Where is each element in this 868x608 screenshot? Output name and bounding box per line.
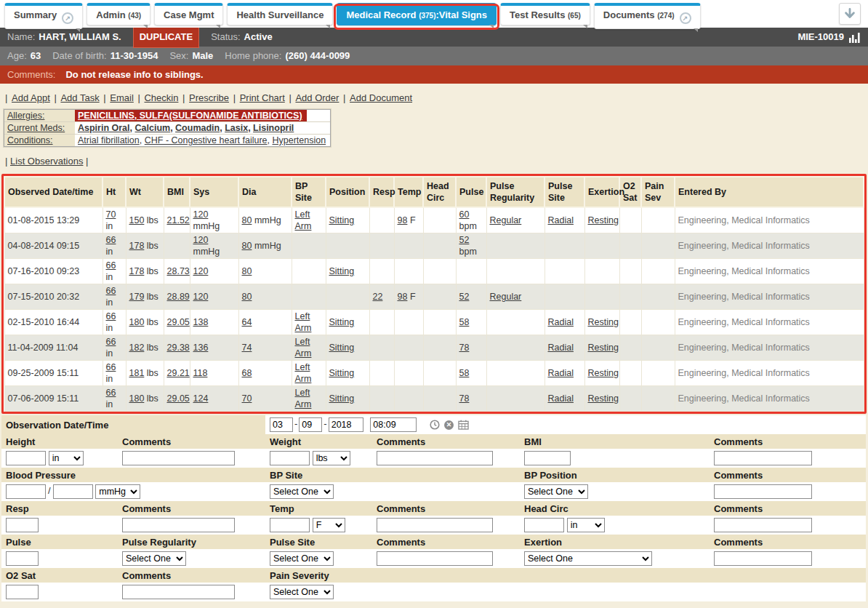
obs-value-link[interactable]: 78 — [459, 343, 470, 353]
height-input[interactable] — [6, 451, 46, 465]
obs-value-link[interactable]: 178 — [129, 266, 145, 276]
obs-value-link[interactable]: 66 — [106, 235, 116, 245]
obs-value-link[interactable]: Sitting — [329, 317, 355, 327]
obs-value-link[interactable]: Sitting — [329, 343, 355, 353]
obs-value-link[interactable]: 66 — [106, 388, 116, 398]
o2-comments-input[interactable] — [122, 585, 235, 599]
obs-value-link[interactable]: 68 — [242, 368, 252, 378]
obs-value-link[interactable]: 22 — [373, 292, 383, 302]
clock-icon[interactable] — [430, 420, 440, 430]
med-link[interactable]: Aspirin Oral — [78, 123, 130, 133]
obs-value-link[interactable]: 58 — [459, 368, 470, 378]
obs-value-link[interactable]: Sitting — [329, 368, 355, 378]
med-link[interactable]: Coumadin — [175, 123, 220, 133]
obs-value-link[interactable]: 178 — [129, 241, 145, 251]
bp-systolic-input[interactable] — [6, 484, 46, 499]
o2-sat-input[interactable] — [6, 585, 39, 599]
obs-value-link[interactable]: 98 — [398, 215, 408, 225]
obs-value-link[interactable]: 80 — [242, 215, 252, 225]
obs-value-link[interactable]: 58 — [459, 317, 470, 327]
duplicate-badge[interactable]: DUPLICATE — [133, 26, 199, 48]
checkin-link[interactable]: Checkin — [144, 92, 178, 103]
med-link[interactable]: Calcium — [135, 123, 171, 133]
obs-value-link[interactable]: 180 — [129, 317, 145, 327]
bmi-comments-input[interactable] — [714, 451, 812, 465]
obs-value-link[interactable]: 66 — [106, 337, 116, 347]
temp-unit-select[interactable]: F — [313, 518, 345, 532]
add-order-link[interactable]: Add Order — [295, 92, 339, 103]
tab-summary[interactable]: Summary↗ — [4, 3, 83, 29]
tab-documents[interactable]: Documents (274)↗ — [594, 3, 701, 29]
bar-chart-icon[interactable] — [848, 32, 861, 43]
obs-value-link[interactable]: 29.05 — [167, 393, 190, 404]
obs-value-link[interactable]: 98 — [398, 292, 408, 302]
obs-value-link[interactable]: 74 — [242, 343, 252, 353]
allergies-label-link[interactable]: Allergies: — [7, 111, 44, 121]
pulse-comments-input[interactable] — [377, 551, 493, 566]
obs-value-link[interactable]: 29.38 — [167, 343, 190, 353]
obs-value-link[interactable]: 60 — [459, 209, 470, 220]
calendar-icon[interactable] — [458, 420, 469, 430]
bp-diastolic-input[interactable] — [53, 484, 93, 499]
obs-value-link[interactable]: 80 — [242, 266, 252, 276]
condition-link[interactable]: Hypertension — [273, 135, 326, 145]
obs-value-link[interactable]: 21.52 — [167, 215, 190, 225]
temp-comments-input[interactable] — [377, 518, 493, 532]
download-panel-button[interactable] — [839, 3, 861, 25]
obs-value-link[interactable]: 66 — [106, 286, 116, 296]
obs-value-link[interactable]: 124 — [193, 393, 209, 404]
obs-value-link[interactable]: 182 — [129, 343, 145, 353]
obs-value-link[interactable]: Sitting — [329, 215, 355, 225]
bp-unit-select[interactable]: mmHg — [95, 484, 140, 499]
obs-value-link[interactable]: 66 — [106, 362, 116, 372]
height-comments-input[interactable] — [122, 451, 235, 465]
med-link[interactable]: Lasix — [225, 123, 248, 133]
obs-value-link[interactable]: 80 — [242, 292, 252, 302]
weight-comments-input[interactable] — [377, 451, 493, 465]
height-unit-select[interactable]: in — [49, 451, 84, 465]
bp-position-select[interactable]: Select One — [524, 484, 588, 499]
tab-medical-record-active[interactable]: Medical Record (375):Vital Signs — [337, 3, 497, 25]
obs-value-link[interactable]: Sitting — [329, 266, 355, 276]
tab-health-surveillance[interactable]: Health Surveillance — [227, 3, 333, 25]
obs-value-link[interactable]: 66 — [106, 311, 116, 321]
obs-value-link[interactable]: 181 — [129, 368, 145, 378]
obs-value-link[interactable]: 64 — [242, 317, 252, 327]
obs-value-link[interactable]: 29.05 — [167, 317, 190, 327]
bmi-input[interactable] — [524, 451, 571, 465]
add-appt-link[interactable]: Add Appt — [12, 92, 50, 103]
obs-value-link[interactable]: 120 — [193, 235, 209, 245]
obs-value-link[interactable]: Left Arm — [295, 337, 312, 359]
condition-link[interactable]: Atrial fibrillation — [78, 135, 140, 145]
obs-value-link[interactable]: Left Arm — [295, 362, 312, 384]
obs-value-link[interactable]: Sitting — [329, 393, 355, 404]
obs-value-link[interactable]: Resting — [588, 317, 619, 327]
add-task-link[interactable]: Add Task — [60, 92, 99, 103]
obs-value-link[interactable]: Resting — [588, 368, 619, 378]
weight-input[interactable] — [270, 451, 310, 465]
obs-value-link[interactable]: Left Arm — [295, 388, 312, 409]
tab-admin[interactable]: Admin (43) — [87, 3, 150, 25]
obs-value-link[interactable]: 52 — [459, 235, 470, 245]
obs-value-link[interactable]: 118 — [193, 368, 208, 378]
obs-value-link[interactable]: 66 — [106, 260, 116, 271]
obs-value-link[interactable]: Regular — [490, 215, 522, 225]
bp-site-select[interactable]: Select One — [270, 484, 334, 499]
exertion-select[interactable]: Select One — [524, 551, 652, 566]
obs-value-link[interactable]: 28.89 — [167, 292, 190, 302]
obs-value-link[interactable]: Left Arm — [295, 311, 312, 333]
prescribe-link[interactable]: Prescribe — [189, 92, 229, 103]
obs-value-link[interactable]: Radial — [548, 317, 574, 327]
conditions-label-link[interactable]: Conditions: — [7, 135, 53, 145]
obs-value-link[interactable]: Left Arm — [295, 209, 312, 231]
weight-unit-select[interactable]: lbs — [313, 451, 350, 465]
tab-case-mgmt[interactable]: Case Mgmt — [154, 3, 223, 25]
bp-comments-input[interactable] — [714, 484, 812, 499]
popout-icon[interactable]: ↗ — [680, 12, 691, 24]
popout-icon[interactable]: ↗ — [62, 12, 73, 24]
obs-value-link[interactable]: 120 — [193, 292, 209, 302]
obs-value-link[interactable]: Radial — [548, 393, 574, 404]
time-input[interactable] — [370, 417, 417, 432]
head-circ-comments-input[interactable] — [714, 518, 812, 532]
tab-test-results[interactable]: Test Results (65) — [500, 3, 590, 25]
